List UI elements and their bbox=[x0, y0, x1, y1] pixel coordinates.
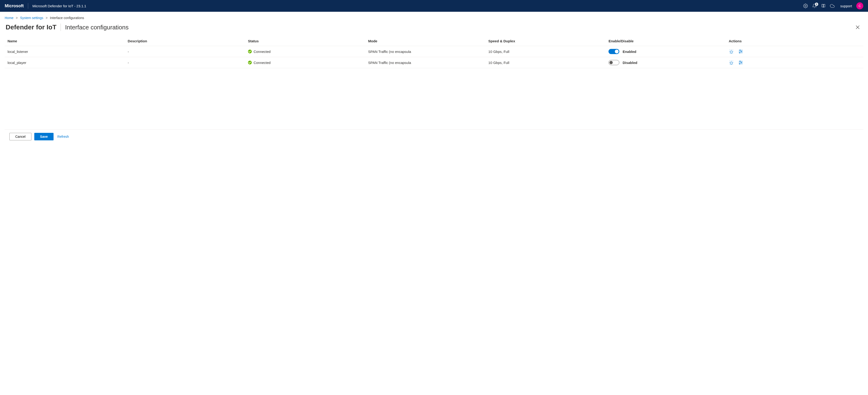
settings-gear-icon[interactable] bbox=[803, 3, 808, 8]
cell-mode: SPAN Traffic (no encapsula bbox=[365, 57, 486, 68]
blink-led-icon[interactable] bbox=[729, 60, 734, 65]
top-navigation-bar: Microsoft Microsoft Defender for IoT - 2… bbox=[0, 0, 868, 12]
footer-bar: Cancel Save Refresh bbox=[5, 129, 863, 144]
page-title: Defender for IoT bbox=[6, 24, 61, 31]
topbar-left: Microsoft Microsoft Defender for IoT - 2… bbox=[5, 3, 803, 9]
advanced-settings-icon[interactable] bbox=[738, 60, 743, 65]
breadcrumb-system-settings[interactable]: System settings bbox=[20, 16, 43, 20]
enable-toggle-label: Disabled bbox=[623, 61, 638, 65]
breadcrumb-current: Interface configurations bbox=[50, 16, 84, 20]
cell-enable: Enabled bbox=[606, 46, 726, 57]
cell-actions bbox=[726, 46, 863, 57]
user-avatar[interactable]: C bbox=[856, 2, 863, 9]
enable-toggle-label: Enabled bbox=[623, 50, 636, 54]
page-subtitle: Interface configurations bbox=[65, 24, 128, 31]
cell-name: local_player bbox=[5, 57, 125, 68]
table-row[interactable]: local_player-ConnectedSPAN Traffic (no e… bbox=[5, 57, 863, 68]
notifications-bell-icon[interactable]: 0 bbox=[812, 3, 817, 8]
interfaces-table-wrap: Name Description Status Mode Speed & Dup… bbox=[0, 37, 868, 68]
breadcrumb: Home > System settings > Interface confi… bbox=[0, 12, 868, 22]
cell-actions bbox=[726, 57, 863, 68]
enable-toggle[interactable] bbox=[609, 60, 619, 65]
page-header: Defender for IoT Interface configuration… bbox=[0, 22, 868, 37]
col-header-mode[interactable]: Mode bbox=[365, 37, 486, 46]
status-connected-icon bbox=[248, 50, 252, 53]
col-header-name[interactable]: Name bbox=[5, 37, 125, 46]
status-connected-icon bbox=[248, 61, 252, 64]
cell-status: Connected bbox=[245, 57, 365, 68]
col-header-speed[interactable]: Speed & Duplex bbox=[486, 37, 606, 46]
docs-book-icon[interactable] bbox=[821, 3, 826, 8]
table-row[interactable]: local_listener-ConnectedSPAN Traffic (no… bbox=[5, 46, 863, 57]
cancel-button[interactable]: Cancel bbox=[9, 133, 31, 140]
refresh-link[interactable]: Refresh bbox=[57, 135, 69, 139]
blink-led-icon[interactable] bbox=[729, 49, 734, 54]
breadcrumb-separator: > bbox=[16, 16, 18, 20]
microsoft-logo: Microsoft bbox=[5, 3, 28, 9]
topbar-right: 0 support C bbox=[803, 2, 863, 9]
breadcrumb-home[interactable]: Home bbox=[5, 16, 13, 20]
cloud-icon[interactable] bbox=[830, 3, 835, 8]
table-header-row: Name Description Status Mode Speed & Dup… bbox=[5, 37, 863, 46]
cell-speed: 10 Gbps, Full bbox=[486, 57, 606, 68]
app-title: Microsoft Defender for IoT - 23.1.1 bbox=[32, 4, 86, 8]
cell-speed: 10 Gbps, Full bbox=[486, 46, 606, 57]
svg-point-0 bbox=[805, 5, 806, 7]
notification-count-badge: 0 bbox=[815, 3, 818, 6]
status-text: Connected bbox=[254, 61, 271, 65]
cell-mode: SPAN Traffic (no encapsula bbox=[365, 46, 486, 57]
breadcrumb-separator: > bbox=[45, 16, 48, 20]
cell-name: local_listener bbox=[5, 46, 125, 57]
advanced-settings-icon[interactable] bbox=[738, 49, 743, 54]
cell-enable: Disabled bbox=[606, 57, 726, 68]
close-icon[interactable] bbox=[855, 24, 861, 30]
col-header-actions[interactable]: Actions bbox=[726, 37, 863, 46]
cell-status: Connected bbox=[245, 46, 365, 57]
enable-toggle[interactable] bbox=[609, 49, 619, 54]
cell-description: - bbox=[125, 46, 245, 57]
save-button[interactable]: Save bbox=[34, 133, 54, 140]
status-text: Connected bbox=[254, 50, 271, 54]
col-header-description[interactable]: Description bbox=[125, 37, 245, 46]
interfaces-table: Name Description Status Mode Speed & Dup… bbox=[5, 37, 863, 68]
col-header-enable[interactable]: Enable/Disable bbox=[606, 37, 726, 46]
col-header-status[interactable]: Status bbox=[245, 37, 365, 46]
cell-description: - bbox=[125, 57, 245, 68]
user-label: support bbox=[840, 4, 852, 8]
